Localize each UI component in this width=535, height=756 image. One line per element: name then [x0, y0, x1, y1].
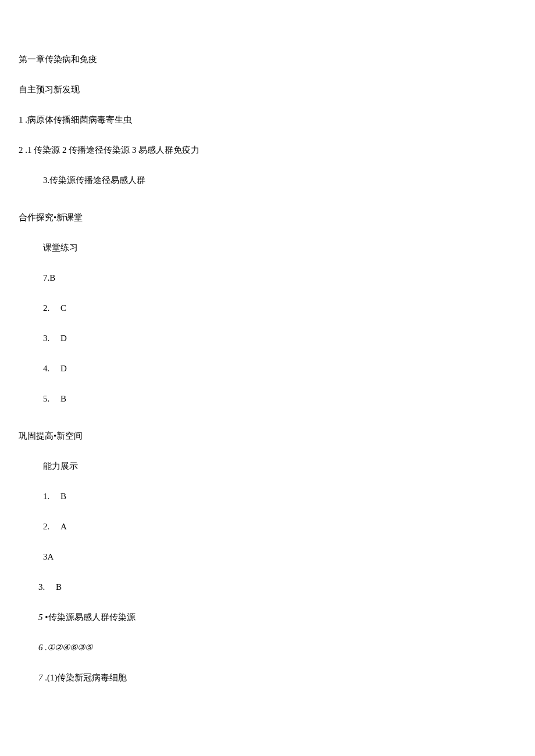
answer-number: 3. [43, 331, 60, 345]
item-separator: . [23, 145, 28, 155]
section-collab-heading: 合作探究•新课堂 [19, 210, 516, 224]
answer-row: 4.D [19, 361, 516, 375]
item-number: 3. [43, 175, 49, 185]
answer-number: 7. [43, 273, 49, 282]
answer-number: 7 [38, 673, 43, 682]
item-text: 病原体传播细菌病毒寄生虫 [27, 115, 132, 124]
item-separator: . [43, 643, 48, 652]
answer-number: 2. [43, 519, 60, 533]
section-consolidation-heading: 巩固提高•新空间 [19, 429, 516, 443]
item-text: 传染源传播途径易感人群 [49, 175, 145, 185]
answer-value: D [60, 364, 67, 373]
section-preview-heading: 自主预习新发现 [19, 83, 516, 96]
answer-number: 5 [38, 612, 43, 622]
item-number: 1 [19, 115, 23, 124]
answer-row: 7.B [19, 271, 516, 285]
item-separator: . [43, 673, 48, 682]
answer-value: B [60, 492, 66, 501]
answer-number: 3 [43, 552, 48, 561]
item-text: 1 传染源 2 传播途径传染源 3 易感人群免疫力 [27, 145, 199, 155]
preview-item-1: 1 .病原体传播细菌病毒寄生虫 [19, 113, 516, 127]
answer-value: A [60, 522, 67, 531]
subheading-ability: 能力展示 [19, 459, 516, 473]
answer-row: 3.D [19, 331, 516, 345]
answer-number: 6 [38, 643, 43, 652]
answer-value: C [60, 303, 66, 313]
answer-text: 传染源易感人群传染源 [48, 612, 135, 622]
answer-row: 2.A [19, 519, 516, 533]
answer-row: 1.B [19, 489, 516, 503]
answer-value: D [60, 334, 67, 343]
answer-row: 6 .①②④⑥③⑤ [19, 640, 516, 654]
answer-number: 3. [38, 580, 56, 594]
item-separator: . [23, 115, 28, 124]
chapter-title: 第一章传染病和免疫 [19, 52, 516, 66]
answer-number: 4. [43, 361, 60, 375]
answer-value: A [48, 552, 54, 561]
item-number: 2 [19, 145, 23, 155]
answer-text: ①②④⑥③⑤ [47, 643, 92, 652]
answer-value: B [60, 394, 66, 403]
answer-number: 1. [43, 489, 60, 503]
answer-row: 7 .(1)传染新冠病毒细胞 [19, 671, 516, 685]
answer-value: B [49, 273, 55, 282]
answer-row: 5 •传染源易感人群传染源 [19, 610, 516, 624]
answer-value: B [56, 582, 62, 592]
answer-text: (1)传染新冠病毒细胞 [47, 673, 127, 682]
answer-row: 2.C [19, 301, 516, 315]
answer-number: 5. [43, 392, 60, 406]
answer-row: 5.B [19, 392, 516, 406]
answer-number: 2. [43, 301, 60, 315]
item-separator: • [43, 612, 48, 622]
preview-item-2: 2 .1 传染源 2 传播途径传染源 3 易感人群免疫力 [19, 143, 516, 157]
answer-row: 3A [19, 550, 516, 564]
preview-item-3: 3.传染源传播途径易感人群 [19, 173, 516, 187]
answer-row: 3.B [19, 580, 516, 594]
subheading-classroom: 课堂练习 [19, 241, 516, 255]
